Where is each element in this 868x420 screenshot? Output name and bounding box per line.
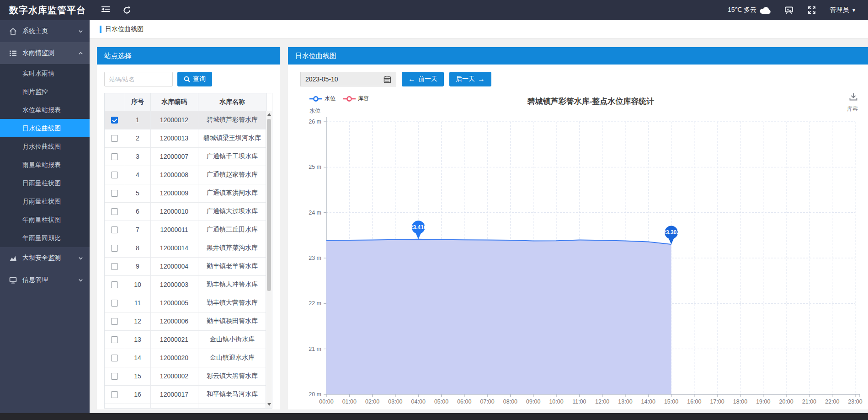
station-checkbox-cell[interactable] [105,184,125,202]
station-checkbox-cell[interactable] [105,349,125,367]
station-row[interactable]: 412000008广通镇赵家箐水库 [105,166,266,184]
sidebar-subitem[interactable]: 月雨量柱状图 [0,192,90,210]
monitor-icon [9,276,17,284]
station-checkbox-cell[interactable] [105,257,125,275]
svg-text:09:00: 09:00 [526,398,540,405]
table-scrollbar[interactable] [266,111,272,408]
station-row[interactable]: 612000010广通镇大过坝水库 [105,202,266,221]
station-checkbox[interactable] [111,318,118,325]
svg-text:04:00: 04:00 [411,398,426,405]
station-checkbox-cell[interactable] [105,385,125,404]
breadcrumb-label: 日水位曲线图 [105,25,144,33]
station-row[interactable]: 1512000002彩云镇大黑箐水库 [105,367,266,385]
station-checkbox[interactable] [111,336,118,343]
sidebar-subitem[interactable]: 雨量单站报表 [0,156,90,174]
user-menu[interactable]: 管理员 ▼ [830,6,856,14]
sidebar-subitem[interactable]: 图片监控 [0,82,90,101]
station-row[interactable]: 1612000017和平镇老马河水库 [105,385,266,404]
station-checkbox-cell[interactable] [105,294,125,312]
station-checkbox-cell[interactable] [105,239,125,257]
station-checkbox-cell[interactable] [105,147,125,166]
sidebar-item-2[interactable]: 大坝安全监测 [0,247,90,269]
station-checkbox-cell[interactable] [105,202,125,221]
message-board-icon[interactable] [784,5,794,15]
arrow-left-icon: ← [408,75,415,83]
station-checkbox[interactable] [111,208,118,215]
station-checkbox-cell[interactable] [105,166,125,184]
refresh-icon[interactable] [122,5,132,15]
sidebar-subitem[interactable]: 月水位曲线图 [0,137,90,156]
next-day-button[interactable]: 后一天 → [449,72,491,86]
date-input[interactable] [305,75,374,83]
sidebar-item-1[interactable]: 水雨情监测 [0,42,90,64]
station-row[interactable]: 1012000003勤丰镇大冲箐水库 [105,275,266,294]
station-checkbox-cell[interactable] [105,111,125,129]
station-checkbox[interactable] [111,226,118,233]
station-row[interactable]: 312000007广通镇千工坝水库 [105,147,266,166]
station-code: 12000011 [150,221,198,239]
station-checkbox[interactable] [111,300,118,307]
scroll-down-arrow-icon[interactable] [266,401,272,408]
station-checkbox[interactable] [111,135,118,142]
sidebar-collapse-icon[interactable] [101,5,111,15]
table-scrollbar-thumb[interactable] [267,119,271,291]
station-row[interactable]: 1312000021金山镇小街水库 [105,330,266,349]
station-checkbox[interactable] [111,153,118,160]
station-row[interactable]: 1112000005勤丰镇大营箐水库 [105,294,266,312]
station-checkbox[interactable] [111,172,118,178]
chart-title: 碧城镇芦彩箐水库-整点水位库容统计 [326,96,855,107]
station-code: 12000020 [150,349,198,367]
station-checkbox-cell[interactable] [105,275,125,294]
arrow-right-icon: → [478,75,485,83]
station-checkbox-cell[interactable] [105,367,125,385]
station-checkbox[interactable] [111,373,118,380]
search-button[interactable]: 查询 [177,72,212,86]
station-checkbox-cell[interactable] [105,129,125,147]
station-checkbox[interactable] [111,281,118,288]
svg-text:23.302: 23.302 [663,229,680,236]
station-row[interactable]: 912000004勤丰镇老羊箐水库 [105,257,266,275]
sidebar-subitem[interactable]: 年雨量柱状图 [0,210,90,229]
station-checkbox[interactable] [111,190,118,197]
sidebar-subitem[interactable]: 水位单站报表 [0,101,90,119]
chart-plot-area[interactable]: 20 m21 m22 m23 m24 m25 m26 m00:0001:0002… [288,91,868,408]
station-row[interactable]: 712000011广通镇三丘田水库 [105,221,266,239]
sidebar-subitem[interactable]: 年雨量同期比 [0,229,90,247]
date-picker[interactable] [300,72,396,86]
station-checkbox-cell[interactable] [105,312,125,330]
station-checkbox[interactable] [111,117,118,124]
station-row[interactable]: 512000009广通镇革洪闸水库 [105,184,266,202]
station-no: 4 [125,166,150,184]
station-no: 9 [125,257,150,275]
breadcrumb: 日水位曲线图 [90,20,868,39]
horizontal-scrollbar[interactable] [0,413,868,420]
sidebar-item-0[interactable]: 系统主页 [0,20,90,42]
station-row[interactable]: 812000014黑井镇芹菜沟水库 [105,239,266,257]
sidebar-item-label: 大坝安全监测 [22,254,61,262]
station-checkbox[interactable] [111,355,118,361]
svg-text:21:00: 21:00 [802,398,816,405]
sidebar-subitem[interactable]: 日水位曲线图 [0,119,90,137]
station-row[interactable]: 1212000006勤丰镇秧田箐水库 [105,312,266,330]
prev-day-button[interactable]: ← 前一天 [402,72,444,86]
station-checkbox[interactable] [111,245,118,252]
sidebar-subitem[interactable]: 实时水雨情 [0,64,90,82]
station-search-input[interactable] [104,72,173,86]
station-table-header [105,93,125,111]
station-checkbox-cell[interactable] [105,221,125,239]
prev-day-label: 前一天 [418,75,437,83]
download-icon[interactable] [848,92,858,102]
sidebar-subitem[interactable]: 日雨量柱状图 [0,174,90,192]
station-checkbox[interactable] [111,263,118,270]
sidebar-item-3[interactable]: 信息管理 [0,269,90,291]
station-name: 广通镇三丘田水库 [198,221,266,239]
station-row[interactable]: 1412000020金山镇迎水水库 [105,349,266,367]
station-row[interactable]: 212000013碧城镇梁王坝河水库 [105,129,266,147]
fullscreen-icon[interactable] [807,5,817,15]
station-checkbox-cell[interactable] [105,330,125,349]
station-checkbox[interactable] [111,391,118,398]
water-level-chart[interactable]: 20 m21 m22 m23 m24 m25 m26 m00:0001:0002… [288,91,868,408]
station-name: 金山镇小街水库 [198,330,266,349]
scroll-up-arrow-icon[interactable] [266,111,272,118]
station-row[interactable]: 112000012碧城镇芦彩箐水库 [105,111,266,129]
